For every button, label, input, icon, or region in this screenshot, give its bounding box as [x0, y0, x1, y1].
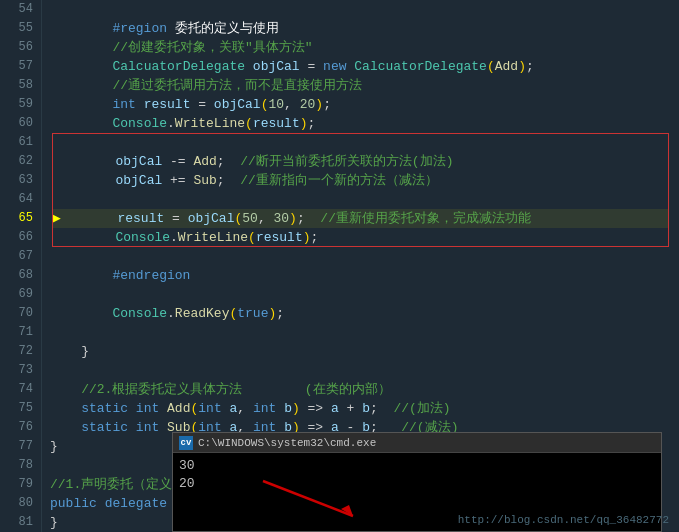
eq-57: = [300, 57, 323, 76]
b-75: b [284, 399, 292, 418]
line-num-71: 71 [8, 323, 33, 342]
semi-75: ; [370, 399, 393, 418]
indent-66 [53, 228, 115, 247]
fn-75: Add [167, 399, 190, 418]
p1-65: ( [234, 209, 242, 228]
line-num-70: 70 [8, 304, 33, 323]
console-70: Console [112, 304, 167, 323]
intb-75: int [253, 399, 276, 418]
fn-60: WriteLine [175, 114, 245, 133]
p1-59: ( [261, 95, 269, 114]
code-line-55: #region 委托的定义与使用 [50, 19, 671, 38]
var-result-59: result [144, 95, 191, 114]
a-75: a [230, 399, 238, 418]
cmd-title: C:\WINDOWS\system32\cmd.exe [198, 437, 376, 449]
comment-58: //通过委托调用方法，而不是直接使用方法 [50, 76, 362, 95]
code-line-62: objCal -= Add; //断开当前委托所关联的方法(加法) [52, 152, 669, 171]
code-line-63: objCal += Sub; //重新指向一个新的方法（减法） [52, 171, 669, 190]
brace-72: } [50, 342, 89, 361]
comma-65: , [258, 209, 274, 228]
n2-59: 20 [300, 95, 316, 114]
objcal-62: objCal [115, 152, 162, 171]
code-line-70: Console.ReadKey(true); [50, 304, 671, 323]
cmd-icon: cv [179, 436, 193, 450]
code-area: 54 55 56 57 58 59 60 61 62 63 64 65 66 6… [0, 0, 679, 532]
fn-57: Add [495, 57, 518, 76]
line-num-67: 67 [8, 247, 33, 266]
line-num-57: 57 [8, 57, 33, 76]
code-line-69 [50, 285, 671, 304]
code-editor: 54 55 56 57 58 59 60 61 62 63 64 65 66 6… [0, 0, 679, 532]
semi-65: ; [297, 209, 320, 228]
cmd-titlebar: cv C:\WINDOWS\system32\cmd.exe [173, 433, 661, 453]
objcal-65: objCal [188, 209, 235, 228]
n2-65: 30 [274, 209, 290, 228]
p1-70: ( [229, 304, 237, 323]
n1-65: 50 [242, 209, 258, 228]
semi-66: ; [311, 228, 319, 247]
line-num-63: 63 [8, 171, 33, 190]
endregion-kw: #endregion [50, 266, 190, 285]
cmd-output-line-2: 20 [179, 475, 655, 493]
sp-59 [136, 95, 144, 114]
sp4-75 [276, 399, 284, 418]
kw-true: true [237, 304, 268, 323]
a2-75: a [331, 399, 339, 418]
varname-57: objCal [253, 57, 300, 76]
comma-59: , [284, 95, 300, 114]
red-arrow-icon [253, 471, 373, 521]
result-66: result [256, 228, 303, 247]
p1-75: ( [190, 399, 198, 418]
p2-66: ) [303, 228, 311, 247]
indent-60 [50, 114, 112, 133]
svg-line-0 [263, 481, 353, 516]
p1-60: ( [245, 114, 253, 133]
comment-74: //2.根据委托定义具体方法 (在类的内部） [50, 380, 391, 399]
op-62: -= [162, 152, 193, 171]
code-line-57: CalcuatorDelegate objCal = new Calcuator… [50, 57, 671, 76]
line-num-60: 60 [8, 114, 33, 133]
code-line-72: } [50, 342, 671, 361]
region-keyword: #region [50, 19, 175, 38]
comment-56: //创建委托对象，关联"具体方法" [50, 38, 313, 57]
code-line-68: #endregion [50, 266, 671, 285]
comma1-75: , [237, 399, 253, 418]
cm-63: //重新指向一个新的方法（减法） [240, 171, 438, 190]
indent-75 [50, 399, 81, 418]
console-66: Console [115, 228, 170, 247]
p2-60: ) [300, 114, 308, 133]
add-62: Add [193, 152, 216, 171]
static-75: static [81, 399, 128, 418]
public-80: public [50, 494, 97, 513]
line-num-77: 77 [8, 437, 33, 456]
line-num-79: 79 [8, 475, 33, 494]
code-line-71 [50, 323, 671, 342]
code-line-73 [50, 361, 671, 380]
semi-60: ; [308, 114, 316, 133]
p2-59: ) [315, 95, 323, 114]
code-line-65: ▶ result = objCal(50, 30); //重新使用委托对象，完成… [52, 209, 669, 228]
plus-75: + [339, 399, 362, 418]
delegate-80: delegate [105, 494, 167, 513]
code-line-75: static int Add(int a, int b) => a + b; /… [50, 399, 671, 418]
semi-63: ; [217, 171, 240, 190]
op-63: += [162, 171, 193, 190]
res-60: result [253, 114, 300, 133]
console-60: Console [112, 114, 167, 133]
objcal-59: objCal [214, 95, 261, 114]
brace-81: } [50, 513, 58, 532]
line-numbers: 54 55 56 57 58 59 60 61 62 63 64 65 66 6… [0, 0, 42, 532]
cmd-output-line-1: 30 [179, 457, 655, 475]
n1-59: 10 [268, 95, 284, 114]
int-76: int [136, 418, 159, 437]
space-57 [346, 57, 354, 76]
line-num-73: 73 [8, 361, 33, 380]
line-num-69: 69 [8, 285, 33, 304]
sp3-75 [222, 399, 230, 418]
watermark: http://blog.csdn.net/qq_36482772 [458, 514, 669, 526]
line-num-54: 54 [8, 0, 33, 19]
code-line-54 [50, 0, 671, 19]
line-num-72: 72 [8, 342, 33, 361]
arrow-75: => [300, 399, 331, 418]
indent-62 [53, 152, 115, 171]
